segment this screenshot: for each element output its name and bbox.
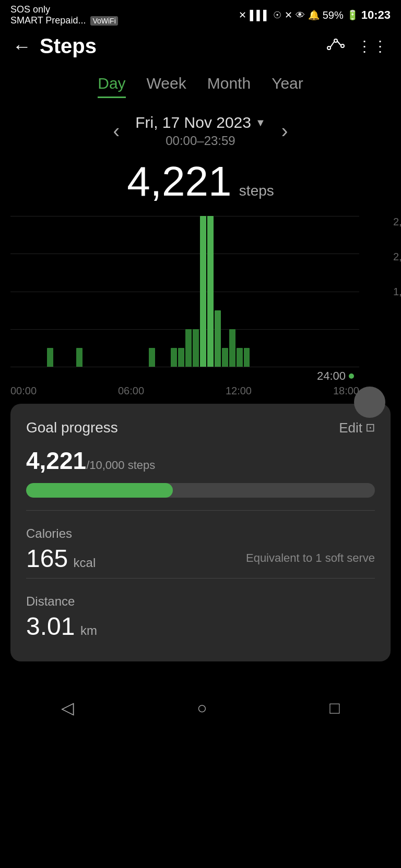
more-icon[interactable]: ⋮⋮ [357, 38, 388, 55]
bar-30 [229, 329, 235, 367]
steps-count: 4,221 [127, 158, 231, 204]
current-steps-val: 4,221 [26, 447, 86, 474]
date-info: Fri, 17 Nov 2023 ▼ 00:00–23:59 [135, 114, 266, 148]
bar-19 [149, 348, 155, 367]
edit-button[interactable]: Edit ⊡ [339, 420, 375, 436]
goal-title: Goal progress [26, 419, 118, 436]
calories-note: Equivalent to 1 soft serve [246, 551, 375, 565]
battery-icon: 🔋 [347, 9, 358, 21]
time-label-00: 00:00 [10, 385, 37, 397]
wifi-icon: ☉ [273, 9, 281, 21]
calories-value: 165 [26, 545, 68, 572]
time-range: 00:00–23:59 [135, 134, 266, 148]
progress-bar [26, 483, 375, 498]
y-label-1400: 1,400 [393, 286, 401, 298]
distance-label: Distance [26, 594, 375, 609]
carrier-info: SOS only SMART Prepaid... VoWiFi [10, 4, 118, 26]
goal-card: Goal progress Edit ⊡ 4,221/10,000 steps … [10, 404, 391, 661]
y-label-0: 0 [393, 355, 401, 367]
svg-point-0 [327, 46, 331, 50]
distance-row: Distance 3.01 km [26, 589, 375, 646]
bar-23 [178, 348, 184, 367]
bar-31 [237, 348, 243, 367]
bar-32 [244, 348, 250, 367]
page-title: Steps [40, 34, 97, 58]
time-label-06: 06:00 [118, 385, 144, 397]
tab-year[interactable]: Year [272, 75, 303, 98]
date-nav: ‹ Fri, 17 Nov 2023 ▼ 00:00–23:59 › [0, 103, 401, 152]
bar-22 [171, 348, 177, 367]
graph-icon[interactable] [327, 37, 345, 56]
svg-line-3 [331, 42, 334, 47]
chart-area [10, 216, 359, 367]
steps-display: 4,221 steps [0, 152, 401, 216]
bar-27 [207, 216, 214, 367]
nav-home-icon[interactable]: ○ [197, 698, 207, 718]
current-date: Fri, 17 Nov 2023 ▼ [135, 114, 266, 131]
svg-point-2 [341, 44, 344, 47]
y-label-2800: 2,800 [393, 216, 401, 228]
bar-9 [76, 348, 82, 367]
tab-day[interactable]: Day [98, 75, 125, 98]
signal-icon: ✕ [239, 9, 246, 21]
status-bar: SOS only SMART Prepaid... VoWiFi ✕ ▌▌▌ ☉… [0, 0, 401, 28]
signal-bars-icon: ▌▌▌ [250, 10, 269, 21]
battery-pct: 59% [323, 9, 344, 21]
top-bar-right: ⋮⋮ [327, 37, 388, 56]
status-right: ✕ ▌▌▌ ☉ ✕ 👁 🔔 59% 🔋 10:23 [239, 8, 391, 22]
vowifi-badge: VoWiFi [90, 16, 117, 26]
bar-28 [215, 310, 221, 367]
clock: 10:23 [361, 8, 391, 22]
chart-container: 2,800 2,100 1,400 700 0 24:00 00:00 06:0… [0, 216, 401, 393]
bar-29 [222, 348, 228, 367]
bars-container [10, 216, 359, 367]
calories-label: Calories [26, 526, 375, 541]
steps-progress-text: 4,221/10,000 steps [26, 447, 375, 475]
tabs-container: Day Week Month Year [0, 64, 401, 103]
calories-row: Calories 165 kcal Equivalent to 1 soft s… [26, 521, 375, 578]
bottom-nav: ◁ ○ □ [0, 688, 401, 728]
edit-icon: ⊡ [365, 421, 375, 435]
bar-26 [200, 216, 206, 367]
back-button[interactable]: ← [13, 35, 31, 57]
date-dropdown-icon[interactable]: ▼ [255, 117, 266, 129]
progress-bar-fill [26, 483, 173, 498]
y-axis-labels: 2,800 2,100 1,400 700 0 [393, 216, 401, 367]
prev-date-button[interactable]: ‹ [113, 120, 120, 142]
x-icon: ✕ [285, 9, 292, 21]
distance-unit: km [80, 623, 97, 637]
calories-unit: kcal [74, 556, 96, 570]
y-label-2100: 2,100 [393, 251, 401, 263]
svg-point-1 [334, 39, 337, 42]
distance-value-row: 3.01 km [26, 612, 375, 641]
tab-month[interactable]: Month [207, 75, 251, 98]
next-date-button[interactable]: › [281, 120, 288, 142]
bar-24 [185, 329, 192, 367]
bell-icon: 🔔 [308, 9, 320, 21]
bar-25 [193, 329, 199, 367]
carrier-1: SOS only [10, 4, 118, 15]
divider-1 [26, 510, 375, 511]
svg-line-4 [337, 41, 341, 45]
eye-icon: 👁 [296, 10, 305, 21]
tab-week[interactable]: Week [147, 75, 186, 98]
steps-unit: steps [239, 183, 274, 199]
y-label-700: 700 [393, 320, 401, 332]
top-bar-left: ← Steps [13, 34, 97, 58]
nav-recent-icon[interactable]: □ [329, 698, 339, 718]
top-bar: ← Steps ⋮⋮ [0, 28, 401, 64]
goal-header: Goal progress Edit ⊡ [26, 419, 375, 436]
calories-value-row: 165 kcal Equivalent to 1 soft serve [26, 544, 375, 573]
grid-line-bottom [10, 367, 359, 367]
time-24-label: 24:00 [317, 369, 354, 383]
time-label-12: 12:00 [226, 385, 252, 397]
distance-value: 3.01 [26, 612, 75, 640]
carrier-2: SMART Prepaid... VoWiFi [10, 15, 118, 26]
active-dot [349, 373, 354, 379]
scroll-indicator[interactable] [354, 387, 385, 418]
divider-2 [26, 578, 375, 578]
nav-back-icon[interactable]: ◁ [61, 698, 74, 718]
bar-5 [47, 348, 53, 367]
